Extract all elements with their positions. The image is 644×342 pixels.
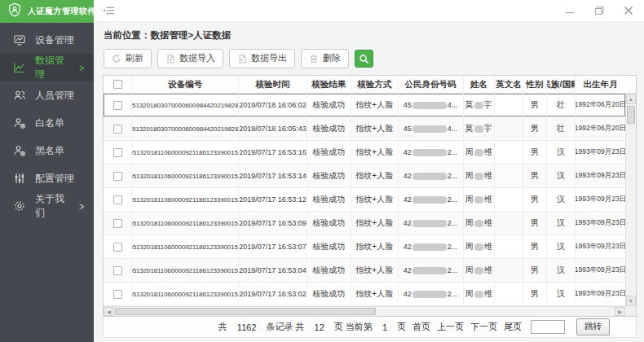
redacted-id-blur [412,196,447,204]
scroll-up-arrow-icon[interactable]: ▲ [626,94,636,104]
horizontal-scroll-thumb[interactable] [115,308,376,315]
last-page-link[interactable]: 尾页 [504,321,522,333]
sidebar-item-label: 关于我们 [35,192,70,220]
row-checkbox[interactable] [113,219,122,228]
cell-verify-method: 指纹+人脸 [351,117,399,140]
data-import-button[interactable]: 数据导入 [157,49,223,68]
column-header-ethnicity[interactable]: 民族/国籍 [547,76,576,93]
cell-ethnicity: 壮 [547,117,576,140]
chevron-right-icon: > [79,62,84,72]
row-checkbox[interactable] [113,125,122,134]
titlebar [94,0,644,22]
column-header-gender[interactable]: 性别 [523,76,547,93]
cell-ethnicity: 汉 [547,283,576,305]
column-header-citizen-id[interactable]: 公民身份号码 [399,76,464,93]
select-all-checkbox[interactable] [113,80,122,89]
cell-gender: 男 [523,259,547,282]
table-row[interactable]: 051320180307000060098442021982862019/07/… [104,94,625,117]
cell-citizen-id: 422... [399,235,464,258]
jump-button[interactable]: 跳转 [576,318,610,335]
first-page-link[interactable]: 首页 [412,321,430,333]
cell-verify-time: 2019/07/17 16:53:09 [239,212,307,235]
table-row[interactable]: 051320181106000092118612339001542019/07/… [104,188,625,212]
cell-device-number: 05132018110600009211861233900154 [132,283,239,305]
pagination-text: 共 [218,321,227,333]
search-button[interactable] [355,50,373,68]
cell-verify-time: 2019/07/18 16:06:02 [239,94,307,116]
horizontal-scrollbar[interactable]: ◀ ▶ [104,306,625,316]
row-checkbox[interactable] [113,290,122,299]
row-checkbox[interactable] [113,243,122,252]
cell-verify-result: 核验成功 [307,117,351,140]
row-checkbox[interactable] [113,266,122,275]
cell-name: 周维 [464,235,495,258]
scroll-right-arrow-icon[interactable]: ▶ [615,307,625,316]
data-export-button[interactable]: 数据导出 [229,49,295,68]
cell-verify-result: 核验成功 [307,141,351,164]
column-header-verify-time[interactable]: 核验时间 [239,76,307,93]
table-row[interactable]: 051320181106000092118612339001542019/07/… [104,164,625,188]
window-controls [564,5,634,16]
cell-gender: 男 [523,235,547,258]
sidebar-item-data-management[interactable]: 数据管理 > [0,54,94,81]
cell-english-name [495,117,523,140]
row-checkbox[interactable] [113,172,122,181]
table-row[interactable]: 051320180307000060098442021982862019/07/… [104,117,625,141]
app-logo: 人证魔方管理软件 [0,0,94,23]
column-header-device-number[interactable]: 设备编号 [132,76,239,93]
person-badge-icon [12,144,26,158]
close-icon[interactable] [623,5,634,16]
cell-citizen-id: 422... [399,259,464,282]
cell-ethnicity: 汉 [547,212,576,235]
column-header-english-name[interactable]: 英文名 [495,76,523,93]
table-row[interactable]: 051320181106000092118612339001542019/07/… [104,141,625,164]
refresh-button[interactable]: 刷新 [104,49,152,68]
column-header-verify-method[interactable]: 核验方式 [351,76,399,93]
jump-page-input[interactable] [531,320,565,334]
sliders-icon [12,172,26,186]
cell-birth-date: 1992年06月20日 [576,117,625,140]
scrollbar-corner [625,306,636,316]
scroll-down-arrow-icon[interactable]: ▼ [626,296,636,306]
column-header-verify-result[interactable]: 核验结果 [307,76,351,93]
table-row[interactable]: 051320181106000092118612339001542019/07/… [104,235,625,259]
cell-english-name [495,259,523,282]
sidebar-item-about-us[interactable]: 关于我们 > [0,192,94,220]
row-checkbox[interactable] [113,148,122,157]
row-checkbox-cell [104,188,132,211]
cell-name: 莫宇 [464,94,495,116]
cell-verify-result: 核验成功 [307,164,351,187]
sidebar-item-whitelist[interactable]: 白名单 [0,109,94,137]
cell-verify-result: 核验成功 [307,235,351,258]
sidebar-item-personnel-management[interactable]: 人员管理 [0,81,94,109]
cell-verify-method: 指纹+人脸 [351,188,399,211]
minimize-icon[interactable] [564,5,576,16]
column-header-birth-date[interactable]: 出生年月 [576,76,625,93]
sidebar-item-device-management[interactable]: 设备管理 [0,26,94,54]
row-checkbox[interactable] [113,195,122,204]
delete-button[interactable]: 删除 [301,49,349,68]
collapse-sidebar-icon[interactable] [100,3,117,18]
cell-english-name [495,212,523,235]
sidebar-item-blacklist[interactable]: 黑名单 [0,137,94,164]
data-table-panel: 设备编号 核验时间 核验结果 核验方式 公民身份号码 姓名 英文名 性别 民族/… [103,75,637,317]
cell-name: 周维 [464,164,495,187]
table-row[interactable]: 051320181106000092118612339001542019/07/… [104,259,625,283]
row-checkbox[interactable] [113,101,122,110]
table-row[interactable]: 051320181106000092118612339001542019/07/… [104,283,625,306]
scroll-left-arrow-icon[interactable]: ◀ [104,307,114,316]
chevron-right-icon: > [79,200,84,211]
vertical-scrollbar[interactable]: ▲ ▼ [625,94,636,306]
cell-name: 周维 [464,283,495,305]
prev-page-link[interactable]: 上一页 [437,321,464,333]
people-icon [12,89,26,103]
cell-ethnicity: 壮 [547,94,576,116]
sidebar-item-label: 白名单 [35,116,64,130]
column-header-name[interactable]: 姓名 [464,76,495,93]
table-row[interactable]: 051320181106000092118612339001542019/07/… [104,212,625,235]
vertical-scroll-thumb[interactable] [627,106,635,124]
search-icon [359,54,369,64]
maximize-icon[interactable] [593,5,605,16]
next-page-link[interactable]: 下一页 [470,321,497,333]
sidebar-item-configuration[interactable]: 配置管理 [0,164,94,192]
